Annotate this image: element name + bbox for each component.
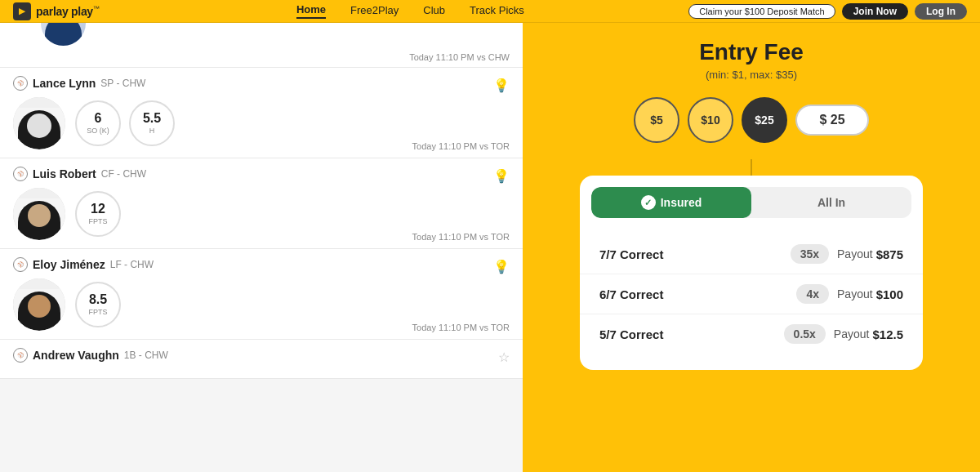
andrew-header: ⚾ Andrew Vaughn 1B - CHW — [13, 348, 510, 363]
lightbulb-icon-lance[interactable]: 💡 — [493, 78, 510, 93]
player-card-eloy: ⚾ Eloy Jiménez LF - CHW 💡 8.5 — [0, 249, 523, 340]
tab-all-in[interactable]: All In — [751, 187, 911, 218]
payout-amount-6-7: $100 — [876, 287, 903, 301]
stat-so: 6 SO (K) — [75, 100, 121, 146]
eloy-pos: LF - CHW — [110, 259, 154, 270]
luis-robert-avatar — [13, 188, 65, 240]
multiplier-6-7: 4x — [796, 284, 829, 304]
amount-5-button[interactable]: $5 — [634, 97, 679, 143]
luis-robert-stats: 12 FPTS — [75, 191, 121, 237]
lance-lynn-avatar — [13, 97, 65, 149]
stat-fpts-eloy: 8.5 FPTS — [75, 282, 121, 327]
payout-row-7-7: 7/7 Correct 35x Payout $875 — [580, 234, 923, 274]
amount-input[interactable]: $ 25 — [795, 105, 869, 136]
amount-options: $5 $10 $25 $ 25 — [634, 97, 869, 143]
eloy-game-time: Today 11:10 PM vs TOR — [412, 323, 510, 332]
prev-game-time: Today 11:10 PM vs CHW — [409, 52, 510, 62]
multiplier-5-7: 0.5x — [784, 324, 826, 344]
player-card-lance-lynn: ⚾ Lance Lynn SP - CHW 💡 6 — [0, 68, 523, 158]
eloy-name: Eloy Jiménez — [33, 258, 105, 271]
player-pos-icon: ⚾ — [13, 76, 28, 91]
lightbulb-icon-luis[interactable]: 💡 — [493, 168, 510, 184]
lightbulb-icon-eloy[interactable]: 💡 — [493, 259, 510, 274]
header-right: Claim your $100 Deposit Match Join Now L… — [688, 3, 967, 20]
payout-amount-5-7: $12.5 — [872, 327, 903, 341]
left-panel: Today 11:10 PM vs CHW ⚾ Lance Lynn SP - … — [0, 23, 523, 472]
eloy-header: ⚾ Eloy Jiménez LF - CHW — [13, 257, 510, 272]
player-card-luis-robert: ⚾ Luis Robert CF - CHW 💡 12 — [0, 158, 523, 249]
correct-label-6-7: 6/7 Correct — [599, 287, 796, 301]
deposit-button[interactable]: Claim your $100 Deposit Match — [688, 4, 835, 19]
connector-line — [751, 159, 752, 176]
nav-club[interactable]: Club — [423, 4, 445, 18]
right-panel: Entry Fee (min: $1, max: $35) $5 $10 $25… — [523, 23, 980, 472]
payout-card: ✓ Insured All In 7/7 Correct 35x Payout … — [580, 176, 923, 370]
logo-icon: ▶ — [13, 2, 31, 20]
nav-free2play[interactable]: Free2Play — [350, 4, 399, 18]
login-button[interactable]: Log In — [915, 3, 967, 20]
lance-lynn-name: Lance Lynn — [33, 77, 96, 90]
lance-lynn-stats: 6 SO (K) 5.5 H — [75, 100, 175, 146]
payout-amount-7-7: $875 — [876, 247, 903, 261]
player-card-prev: Today 11:10 PM vs CHW — [0, 23, 523, 68]
star-icon-andrew[interactable]: ☆ — [498, 350, 510, 365]
nav: Home Free2Play Club Track Picks — [132, 3, 689, 19]
payout-label-6-7: Payout — [837, 287, 873, 301]
player-card-andrew: ⚾ Andrew Vaughn 1B - CHW ☆ — [0, 340, 523, 379]
amount-10-button[interactable]: $10 — [688, 97, 733, 143]
tab-insured[interactable]: ✓ Insured — [591, 187, 751, 218]
payout-row-5-7: 5/7 Correct 0.5x Payout $12.5 — [580, 314, 923, 354]
entry-fee-subtitle: (min: $1, max: $35) — [706, 69, 797, 81]
join-now-button[interactable]: Join Now — [842, 3, 908, 20]
andrew-pos-icon: ⚾ — [13, 348, 28, 363]
payout-label-7-7: Payout — [837, 247, 873, 260]
stat-fpts-luis: 12 FPTS — [75, 191, 121, 237]
nav-home[interactable]: Home — [296, 3, 326, 19]
stat-h: 5.5 H — [129, 100, 175, 146]
payout-row-6-7: 6/7 Correct 4x Payout $100 — [580, 274, 923, 314]
main-layout: Today 11:10 PM vs CHW ⚾ Lance Lynn SP - … — [0, 0, 980, 472]
luis-robert-name: Luis Robert — [33, 167, 96, 180]
luis-robert-header: ⚾ Luis Robert CF - CHW — [13, 167, 510, 181]
luis-robert-pos: CF - CHW — [101, 168, 146, 180]
eloy-pos-icon: ⚾ — [13, 257, 28, 272]
payout-label-5-7: Payout — [834, 327, 870, 341]
andrew-name: Andrew Vaughn — [33, 349, 119, 362]
multiplier-7-7: 35x — [791, 244, 829, 264]
lance-lynn-header: ⚾ Lance Lynn SP - CHW — [13, 76, 510, 91]
insured-checkmark: ✓ — [641, 195, 656, 210]
logo-text: parlay play™ — [36, 5, 100, 18]
logo[interactable]: ▶ parlay play™ — [13, 2, 100, 20]
nav-track-picks[interactable]: Track Picks — [470, 4, 524, 18]
luis-robert-game-time: Today 11:10 PM vs TOR — [412, 232, 510, 242]
luis-robert-pos-icon: ⚾ — [13, 167, 28, 181]
amount-25-button[interactable]: $25 — [742, 97, 787, 143]
correct-label-5-7: 5/7 Correct — [599, 327, 784, 341]
eloy-stats: 8.5 FPTS — [75, 282, 121, 327]
header: ▶ parlay play™ Home Free2Play Club Track… — [0, 0, 980, 23]
correct-label-7-7: 7/7 Correct — [599, 247, 791, 261]
eloy-avatar — [13, 278, 65, 331]
andrew-pos: 1B - CHW — [124, 350, 168, 361]
entry-fee-title: Entry Fee — [699, 39, 804, 65]
payout-tabs: ✓ Insured All In — [591, 187, 911, 218]
prev-avatar — [41, 23, 86, 46]
lance-lynn-game-time: Today 11:10 PM vs TOR — [412, 141, 510, 151]
lance-lynn-pos: SP - CHW — [100, 78, 145, 89]
